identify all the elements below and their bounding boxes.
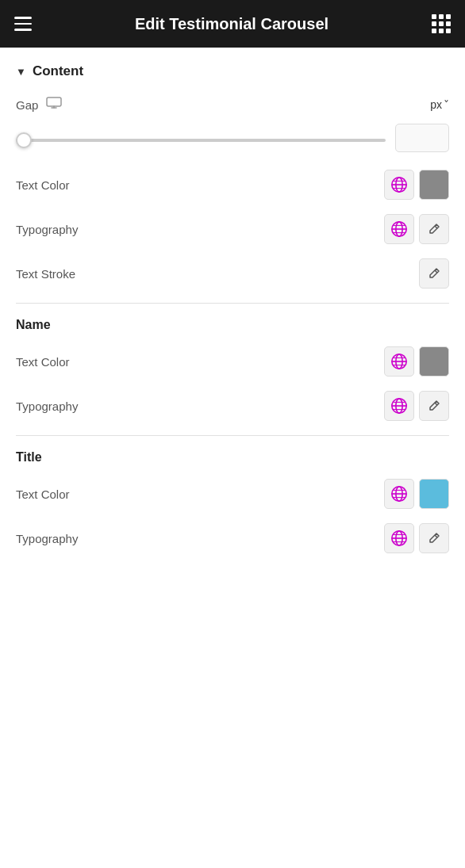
name-text-color-global-button[interactable] [384,346,414,377]
typography-label: Typography [16,223,78,236]
typography-edit-button[interactable] [419,214,449,244]
title-typography-label: Typography [16,532,78,545]
gap-slider-wrapper [16,131,386,145]
title-text-color-label: Text Color [16,488,70,501]
name-section-label: Name [16,318,449,332]
gap-slider[interactable] [16,139,386,142]
text-stroke-edit-button[interactable] [419,258,449,289]
title-typography-row: Typography [16,523,449,553]
name-text-color-swatch[interactable] [419,346,449,377]
text-color-controls [384,170,449,200]
text-stroke-row: Text Stroke [16,258,449,289]
title-text-color-controls [384,479,449,509]
text-color-row: Text Color [16,170,449,200]
name-typography-row: Typography [16,391,449,421]
title-typography-controls [384,523,449,553]
name-text-color-controls [384,346,449,377]
name-typography-controls [384,391,449,421]
typography-global-button[interactable] [384,214,414,244]
name-typography-label: Typography [16,400,78,413]
text-stroke-controls [419,258,449,289]
title-typography-edit-button[interactable] [419,523,449,553]
typography-row: Typography [16,214,449,244]
name-typography-edit-button[interactable] [419,391,449,421]
page-title: Edit Testimonial Carousel [32,15,432,33]
divider-2 [16,435,449,436]
header: Edit Testimonial Carousel [0,0,465,48]
content-section-header: ▼ Content [16,63,449,79]
text-color-swatch[interactable] [419,170,449,200]
title-text-color-row: Text Color [16,479,449,509]
monitor-icon[interactable] [46,97,62,113]
chevron-icon[interactable]: ▼ [16,66,26,78]
text-stroke-label: Text Stroke [16,267,75,281]
grid-menu-button[interactable] [432,14,451,33]
title-text-color-global-button[interactable] [384,479,414,509]
typography-controls [384,214,449,244]
title-typography-global-button[interactable] [384,523,414,553]
name-text-color-label: Text Color [16,355,70,369]
svg-rect-0 [47,98,61,106]
text-color-label: Text Color [16,178,70,192]
unit-selector[interactable]: px ˅ [430,98,449,111]
gap-value-input[interactable] [395,124,449,152]
divider-1 [16,303,449,304]
gap-label: Gap [16,98,38,112]
section-title: Content [33,63,83,79]
main-content: ▼ Content Gap px ˅ [0,48,465,868]
title-section-label: Title [16,450,449,465]
name-text-color-row: Text Color [16,346,449,377]
title-text-color-swatch[interactable] [419,479,449,509]
gap-row: Gap px ˅ [16,97,449,113]
text-color-global-button[interactable] [384,170,414,200]
hamburger-menu-button[interactable] [14,17,32,31]
name-typography-global-button[interactable] [384,391,414,421]
slider-row [16,124,449,152]
unit-chevron-icon: ˅ [444,98,449,111]
unit-label: px [430,98,442,111]
